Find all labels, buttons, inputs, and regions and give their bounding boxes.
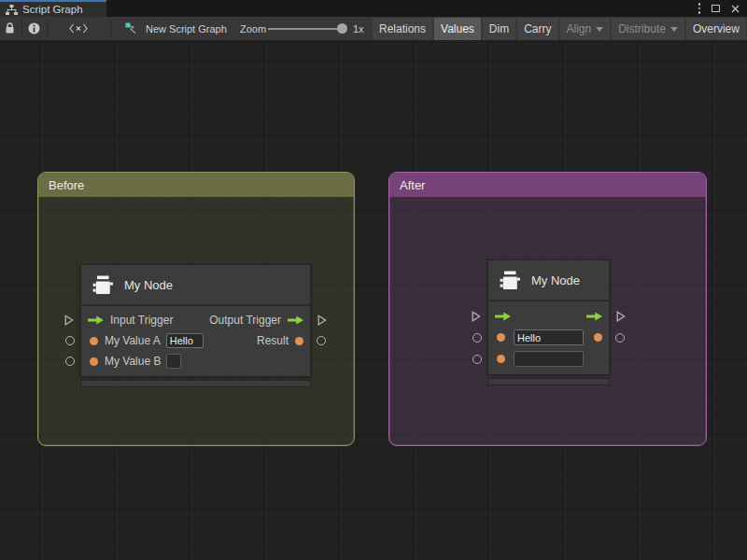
port-label: Result <box>257 334 289 347</box>
value-port-b[interactable] <box>90 357 98 366</box>
external-value-port[interactable] <box>65 336 75 345</box>
toolbar-buttons: Relations Values Dim Carry Align Distrib… <box>373 18 747 40</box>
flow-arrow-icon <box>88 315 104 325</box>
script-machine-icon <box>92 275 114 295</box>
chevron-down-icon <box>670 27 678 32</box>
result-port[interactable] <box>295 337 303 345</box>
dim-button[interactable]: Dim <box>483 18 515 40</box>
node-footer-bar <box>80 380 311 387</box>
node-footer-bar <box>487 378 610 385</box>
port-row-trigger <box>488 305 609 327</box>
group-after-label: After <box>400 178 425 192</box>
graph-canvas[interactable]: Before After My Node <box>0 41 747 560</box>
node-ports <box>488 301 609 374</box>
group-before-header[interactable]: Before <box>38 173 354 197</box>
value-port-a[interactable] <box>497 333 505 342</box>
graph-node-link-icon <box>125 22 139 35</box>
value-a-input[interactable] <box>514 329 584 345</box>
port-row-value-b: My Value B <box>81 351 310 371</box>
info-button[interactable] <box>28 17 40 40</box>
external-value-port[interactable] <box>472 355 482 364</box>
maximize-icon[interactable] <box>712 5 720 12</box>
window-controls <box>698 0 740 17</box>
external-flow-port[interactable] <box>472 311 481 322</box>
value-port-a[interactable] <box>90 337 98 345</box>
tab-script-graph[interactable]: Script Graph <box>0 0 106 17</box>
relations-button[interactable]: Relations <box>373 18 432 40</box>
external-flow-port[interactable] <box>64 315 74 326</box>
triangle-outline-icon <box>317 315 327 326</box>
port-row-value-a <box>488 327 609 348</box>
node-ports: Input Trigger Output Trigger <box>81 306 310 376</box>
result-port[interactable] <box>594 333 602 342</box>
script-machine-icon <box>500 271 521 290</box>
close-icon[interactable] <box>731 5 740 13</box>
code-view-button[interactable] <box>69 17 88 40</box>
triangle-outline-icon <box>64 315 74 326</box>
node-title: My Node <box>124 278 173 292</box>
external-value-port[interactable] <box>317 336 326 345</box>
graph-name-label: New Script Graph <box>146 23 227 35</box>
port-row-value-b <box>488 348 609 370</box>
zoom-slider-track[interactable] <box>268 28 344 30</box>
triangle-outline-icon <box>616 311 626 322</box>
lock-button[interactable] <box>5 17 15 40</box>
unity-script-graph-window: Script Graph <box>0 0 747 560</box>
external-flow-port[interactable] <box>317 315 327 326</box>
output-trigger-port[interactable] <box>288 315 303 325</box>
zoom-label: Zoom <box>240 23 266 35</box>
tab-title: Script Graph <box>22 4 83 15</box>
port-label: Input Trigger <box>110 314 173 327</box>
info-icon <box>28 22 40 35</box>
lock-icon <box>5 22 15 35</box>
triangle-outline-icon <box>472 311 481 322</box>
external-flow-port[interactable] <box>616 311 626 322</box>
node-title: My Node <box>531 273 580 287</box>
port-label: My Value B <box>105 355 161 368</box>
value-b-input[interactable] <box>514 351 584 367</box>
external-value-port[interactable] <box>472 333 482 343</box>
window-menu-icon[interactable] <box>698 3 701 14</box>
port-label: Output Trigger <box>209 314 281 327</box>
flow-arrow-icon <box>495 312 511 321</box>
flow-arrow-icon <box>288 315 303 325</box>
node-my-node-before[interactable]: My Node Inpu <box>80 264 311 387</box>
port-label: My Value A <box>105 334 161 347</box>
graph-name-button[interactable]: New Script Graph <box>125 17 227 40</box>
port-row-value-a: My Value A Result <box>81 330 310 351</box>
input-trigger-port[interactable] <box>495 312 511 321</box>
node-header[interactable]: My Node <box>81 265 310 306</box>
values-button[interactable]: Values <box>434 18 481 40</box>
carry-button[interactable]: Carry <box>517 18 557 40</box>
group-before-label: Before <box>49 178 84 192</box>
external-value-port[interactable] <box>615 333 625 343</box>
input-trigger-port[interactable] <box>88 315 104 325</box>
zoom-value: 1x <box>353 17 364 40</box>
overview-button[interactable]: Overview <box>686 18 746 40</box>
value-b-input[interactable] <box>166 354 181 369</box>
tab-bar: Script Graph <box>0 0 747 17</box>
node-header[interactable]: My Node <box>488 260 609 301</box>
node-my-node-after[interactable]: My Node <box>487 259 610 385</box>
script-graph-icon <box>6 5 18 15</box>
chevron-down-icon <box>596 27 603 32</box>
value-port-b[interactable] <box>497 355 505 363</box>
external-value-port[interactable] <box>65 357 75 366</box>
flow-arrow-icon <box>586 312 602 321</box>
output-trigger-port[interactable] <box>586 312 602 321</box>
port-row-trigger: Input Trigger Output Trigger <box>81 310 310 330</box>
align-dropdown[interactable]: Align <box>560 18 611 40</box>
graph-toolbar: New Script Graph Zoom 1x Relations Value… <box>0 17 747 41</box>
zoom-control: Zoom <box>240 17 266 40</box>
distribute-dropdown[interactable]: Distribute <box>612 18 684 40</box>
code-xml-icon <box>69 23 88 34</box>
group-after-header[interactable]: After <box>389 173 706 197</box>
zoom-slider-handle[interactable] <box>337 23 347 34</box>
value-a-input[interactable] <box>166 333 204 348</box>
